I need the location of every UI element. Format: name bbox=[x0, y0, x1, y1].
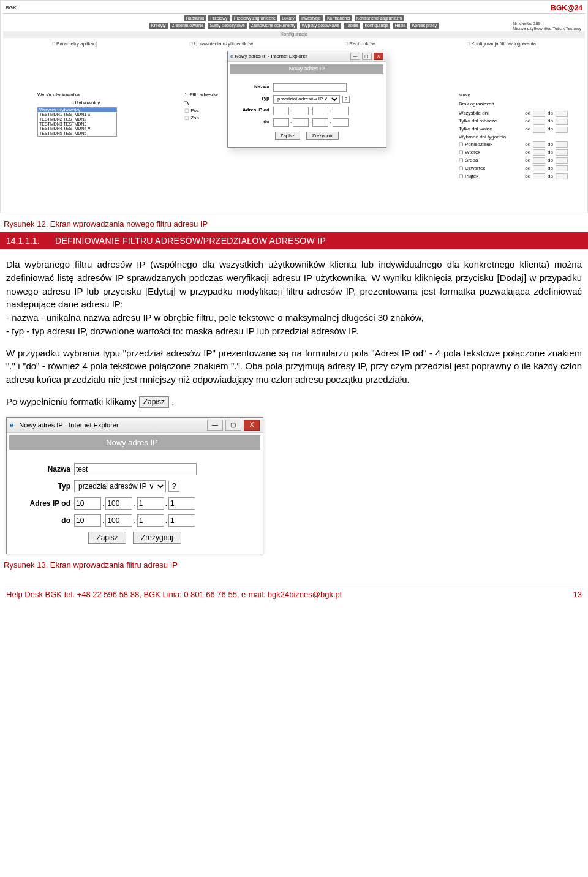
row-label: Wszystkie dni bbox=[459, 111, 524, 116]
zapisz-button[interactable]: Zapisz bbox=[275, 132, 301, 140]
list-item[interactable]: TESTMDN4 TESTMDN4 ∨ bbox=[38, 126, 116, 131]
typ-select[interactable]: przedział adresów IP ∨ bbox=[74, 480, 166, 492]
scroll-up-icon[interactable]: ∧ bbox=[256, 435, 262, 444]
checkbox[interactable]: ▢ bbox=[459, 158, 465, 164]
menu-item[interactable]: Przelewy bbox=[208, 15, 229, 21]
maximize-button[interactable]: ▢ bbox=[362, 53, 372, 60]
ip-od-oct4[interactable] bbox=[333, 107, 349, 115]
time-from[interactable] bbox=[533, 173, 545, 179]
ip-od-oct3[interactable] bbox=[312, 107, 328, 115]
ip-od-oct3[interactable] bbox=[137, 497, 164, 510]
tab-login-filters[interactable]: Konfiguracja filtrów logowania bbox=[467, 42, 536, 47]
row-label: Tylko dni wolne bbox=[459, 127, 524, 132]
time-from[interactable] bbox=[533, 149, 545, 156]
menu-item[interactable]: Kontrahenci zagraniczni bbox=[355, 15, 404, 21]
menu-item[interactable]: Sumy depozytowe bbox=[208, 23, 246, 29]
time-to[interactable] bbox=[556, 127, 568, 133]
minimize-button[interactable]: — bbox=[350, 53, 360, 60]
time-from[interactable] bbox=[533, 119, 545, 125]
menu-item[interactable]: Wypłaty gotówkowe bbox=[300, 23, 341, 29]
typ-label: Typ bbox=[15, 482, 70, 491]
client-info: Nr klienta: 389 Nazwa użytkownika: Teści… bbox=[513, 21, 581, 31]
ip-do-oct4[interactable] bbox=[333, 118, 349, 127]
time-to[interactable] bbox=[556, 111, 568, 117]
ip-od-oct4[interactable] bbox=[168, 497, 195, 510]
menu-item[interactable]: Tabele bbox=[344, 23, 361, 29]
zapisz-button[interactable]: Zapisz bbox=[88, 532, 126, 544]
menu-item[interactable]: Konfiguracja bbox=[363, 23, 390, 29]
checkbox-zab[interactable]: Zab bbox=[184, 116, 218, 121]
list-item[interactable]: TESTMDN5 TESTMDN5 bbox=[38, 131, 116, 136]
menu-item[interactable]: Koniec pracy bbox=[410, 23, 439, 29]
ip-do-oct3[interactable] bbox=[312, 118, 328, 127]
ip-do-oct3[interactable] bbox=[137, 514, 164, 527]
time-to[interactable] bbox=[556, 119, 568, 125]
ip-od-oct1[interactable] bbox=[273, 107, 289, 115]
help-icon[interactable]: ? bbox=[168, 481, 179, 492]
dialog-subtitle: Nowy adres IP bbox=[230, 64, 383, 74]
menu-item[interactable]: Kontrahenci bbox=[325, 15, 352, 21]
ip-od-oct2[interactable] bbox=[293, 107, 309, 115]
tab-params[interactable]: Parametry aplikacji bbox=[52, 42, 98, 47]
ip-do-oct2[interactable] bbox=[105, 514, 132, 527]
ip-do-oct1[interactable] bbox=[74, 514, 101, 527]
minimize-button[interactable]: — bbox=[207, 420, 223, 431]
time-to[interactable] bbox=[556, 141, 568, 148]
ip-do-oct2[interactable] bbox=[293, 118, 309, 127]
menu-item[interactable]: Przelewy zagraniczne bbox=[232, 15, 277, 21]
nazwa-input[interactable] bbox=[273, 83, 347, 92]
menu-item[interactable]: Hasła bbox=[393, 23, 408, 29]
list-item[interactable]: TESTMDN2 TESTMDN2 bbox=[38, 117, 116, 122]
time-to[interactable] bbox=[556, 173, 568, 179]
maximize-button[interactable]: ▢ bbox=[225, 420, 241, 431]
nazwa-input[interactable] bbox=[74, 463, 197, 475]
help-icon[interactable]: ? bbox=[342, 96, 350, 103]
checkbox[interactable]: ▢ bbox=[459, 142, 465, 148]
time-from[interactable] bbox=[533, 111, 545, 117]
menu-item[interactable]: Inwestycje bbox=[299, 15, 323, 21]
list-item[interactable]: TESTMDN1 TESTMDN1 ∧ bbox=[38, 112, 116, 117]
ip-do-oct1[interactable] bbox=[273, 118, 289, 127]
menu-item[interactable]: Zamówione dokumenty bbox=[249, 23, 297, 29]
checkbox[interactable]: ▢ bbox=[459, 166, 465, 171]
ip-od-oct1[interactable] bbox=[74, 497, 101, 510]
user-listbox[interactable]: Wszyscy użytkownicy TESTMDN1 TESTMDN1 ∧ … bbox=[37, 107, 117, 137]
footer-contact: Help Desk BGK tel. +48 22 596 58 88, BGK… bbox=[6, 590, 342, 599]
ip-od-oct2[interactable] bbox=[105, 497, 132, 510]
inline-zapisz-button: Zapisz bbox=[139, 396, 169, 408]
menu-item[interactable]: Rachunki bbox=[184, 15, 206, 21]
time-from[interactable] bbox=[533, 165, 545, 171]
time-from[interactable] bbox=[533, 157, 545, 164]
zrezygnuj-button[interactable]: Zrezygnuj bbox=[306, 132, 339, 140]
time-to[interactable] bbox=[556, 165, 568, 171]
menu-item[interactable]: Zlecenia otwarte bbox=[170, 23, 205, 29]
dialog-title: Nowy adres IP - Internet Explorer bbox=[19, 421, 118, 429]
zrezygnuj-button[interactable]: Zrezygnuj bbox=[133, 532, 181, 544]
close-button[interactable]: X bbox=[244, 420, 260, 431]
checkbox-poz[interactable]: Poz bbox=[184, 108, 218, 114]
label: Ty bbox=[184, 100, 218, 106]
ie-icon: e bbox=[10, 421, 13, 429]
close-button[interactable]: X bbox=[374, 53, 383, 60]
tab-accounts[interactable]: Rachunków bbox=[345, 42, 375, 47]
checkbox[interactable]: ▢ bbox=[459, 150, 465, 156]
paragraph-1: Dla wybranego filtru adresów IP (wspólne… bbox=[6, 258, 582, 338]
time-from[interactable] bbox=[533, 127, 545, 133]
ip-od-label: Adres IP od bbox=[234, 108, 270, 113]
checkbox[interactable]: ▢ bbox=[459, 174, 465, 179]
typ-select[interactable]: przedział adresów IP ∨ bbox=[273, 95, 340, 104]
ip-do-oct4[interactable] bbox=[168, 514, 195, 527]
tab-permissions[interactable]: Uprawnienia użytkowników bbox=[190, 42, 253, 47]
panel-label: sowy bbox=[459, 92, 569, 98]
list-item-selected[interactable]: Wszyscy użytkownicy bbox=[38, 108, 116, 113]
time-to[interactable] bbox=[556, 149, 568, 156]
menu-item[interactable]: Lokaty bbox=[280, 15, 296, 21]
menu-item[interactable]: Kredyty bbox=[149, 23, 168, 29]
figure12-caption: Rysunek 12. Ekran wprowadzania nowego fi… bbox=[4, 219, 588, 228]
filter-panel: 1. Filtr adresów Ty Poz Zab bbox=[184, 92, 218, 124]
footer-rule bbox=[5, 587, 583, 587]
user-select-panel: Wybór użytkownika Użytkownicy Wszyscy uż… bbox=[37, 92, 135, 137]
time-to[interactable] bbox=[556, 157, 568, 164]
list-item[interactable]: TESTMDN3 TESTMDN3 bbox=[38, 122, 116, 127]
time-from[interactable] bbox=[533, 141, 545, 148]
